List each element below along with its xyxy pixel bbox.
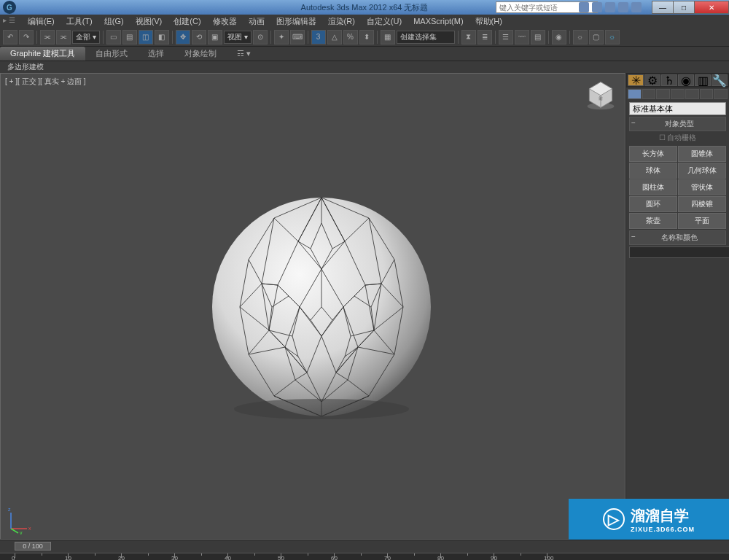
undo-icon[interactable]: ↶	[3, 30, 17, 44]
menu-create[interactable]: 创建(C)	[168, 16, 206, 27]
rollout-name-color[interactable]: −名称和颜色	[629, 230, 726, 245]
title-bar: G ▸ ☰ Autodesk 3ds Max 2012 x64 无标题 — □ …	[0, 0, 729, 15]
move-icon[interactable]: ✥	[176, 30, 190, 44]
axis-tripod-icon: z x y	[5, 505, 34, 534]
ribbon-tab-graphite[interactable]: Graphite 建模工具	[0, 47, 85, 61]
svg-text:前: 前	[599, 96, 603, 101]
ribbon-expand-icon[interactable]: ☶ ▾	[227, 47, 261, 60]
window-title: Autodesk 3ds Max 2012 x64 无标题	[301, 2, 429, 13]
obj-cone-button[interactable]: 圆锥体	[678, 146, 726, 162]
obj-cylinder-button[interactable]: 圆柱体	[629, 179, 677, 195]
select-name-icon[interactable]: ▤	[122, 30, 137, 44]
obj-tube-button[interactable]: 管状体	[678, 179, 726, 195]
keyboard-shortcut-icon[interactable]: ⌨	[290, 30, 305, 44]
svg-point-7	[234, 399, 409, 419]
rotate-icon[interactable]: ⟲	[192, 30, 206, 44]
menu-animation[interactable]: 动画	[243, 16, 270, 27]
select-icon[interactable]: ▭	[106, 30, 121, 44]
svg-text:y: y	[20, 530, 23, 534]
menu-group[interactable]: 组(G)	[98, 16, 130, 27]
obj-torus-button[interactable]: 圆环	[629, 196, 677, 212]
obj-geosphere-button[interactable]: 几何球体	[678, 163, 726, 179]
obj-sphere-button[interactable]: 球体	[629, 163, 677, 179]
unlink-icon[interactable]: ⫘	[56, 30, 71, 44]
ribbon-tab-paint[interactable]: 对象绘制	[174, 47, 227, 61]
schematic-icon[interactable]: ▤	[531, 30, 545, 44]
motion-tab-icon[interactable]: ◉	[678, 74, 694, 86]
render-icon[interactable]: ☼	[605, 30, 620, 44]
menu-rendering[interactable]: 渲染(R)	[322, 16, 361, 27]
main-toolbar: ↶ ↷ ⫘ ⫘ 全部 ▾ ▭ ▤ ◫ ◧ ✥ ⟲ ▣ 视图 ▾ ⊙ ✦ ⌨ 3 …	[0, 28, 729, 47]
menu-edit[interactable]: 编辑(E)	[22, 16, 61, 27]
material-editor-icon[interactable]: ◉	[552, 30, 566, 44]
time-ruler[interactable]: // ticks placed via JS-less static spans…	[0, 553, 729, 560]
viewcube-icon[interactable]: 前	[584, 78, 617, 112]
viewport[interactable]: [ + ][ 正交 ][ 真实 + 边面 ] 前	[0, 73, 625, 540]
selection-filter-dropdown[interactable]: 全部 ▾	[72, 31, 100, 44]
autogrid-checkbox[interactable]: ☐ 自动栅格	[629, 131, 726, 144]
quick-access-arrow[interactable]: ▸ ☰	[3, 16, 15, 24]
obj-pyramid-button[interactable]: 四棱锥	[678, 196, 726, 212]
snap-icon[interactable]: 3	[311, 30, 326, 44]
obj-teapot-button[interactable]: 茶壶	[629, 213, 677, 229]
object-name-input[interactable]	[629, 246, 729, 258]
menu-maxscript[interactable]: MAXScript(M)	[408, 17, 469, 26]
spinner-snap-icon[interactable]: ⬍	[359, 30, 374, 44]
helpers-subtab-icon[interactable]	[685, 89, 699, 99]
modify-tab-icon[interactable]: ⚙	[644, 74, 660, 86]
menu-views[interactable]: 视图(V)	[130, 16, 168, 27]
curve-editor-icon[interactable]: 〰	[515, 30, 529, 44]
geosphere-object[interactable]	[205, 190, 438, 424]
systems-subtab-icon[interactable]	[714, 89, 728, 99]
lights-subtab-icon[interactable]	[656, 89, 670, 99]
window-crossing-icon[interactable]: ◧	[155, 30, 169, 44]
redo-icon[interactable]: ↷	[19, 30, 34, 44]
scale-icon[interactable]: ▣	[208, 30, 222, 44]
rollout-object-type[interactable]: −对象类型	[629, 117, 726, 131]
menu-help[interactable]: 帮助(H)	[469, 16, 508, 27]
viewport-label[interactable]: [ + ][ 正交 ][ 真实 + 边面 ]	[5, 77, 86, 87]
refcoord-dropdown[interactable]: 视图 ▾	[224, 31, 252, 44]
manipulate-icon[interactable]: ✦	[274, 30, 289, 44]
app-icon[interactable]: G	[3, 1, 16, 14]
category-dropdown[interactable]: 标准基本体	[629, 102, 726, 115]
time-slider[interactable]: 0 / 100	[0, 540, 729, 553]
named-selset-dropdown[interactable]: 创建选择集	[397, 31, 455, 44]
command-panel: ✳ ⚙ ♄ ◉ ▥ 🔧 标准基本体 −对象类型 ☐ 自动栅格 长方体 圆锥体 球…	[625, 73, 729, 540]
obj-plane-button[interactable]: 平面	[678, 213, 726, 229]
render-setup-icon[interactable]: ☼	[573, 30, 588, 44]
menu-grapheditors[interactable]: 图形编辑器	[270, 16, 322, 27]
named-selset-icon[interactable]: ▦	[381, 30, 395, 44]
link-icon[interactable]: ⫘	[40, 30, 55, 44]
maximize-button[interactable]: □	[673, 1, 695, 14]
display-tab-icon[interactable]: ▥	[695, 74, 711, 86]
create-tab-icon[interactable]: ✳	[628, 74, 644, 86]
layers-icon[interactable]: ☰	[499, 30, 513, 44]
infocenter-icons[interactable]	[579, 2, 642, 12]
select-region-icon[interactable]: ◫	[139, 30, 153, 44]
hierarchy-tab-icon[interactable]: ♄	[661, 74, 677, 86]
cameras-subtab-icon[interactable]	[671, 89, 685, 99]
menu-modifiers[interactable]: 修改器	[207, 16, 243, 27]
rendered-frame-icon[interactable]: ▢	[589, 30, 604, 44]
shapes-subtab-icon[interactable]	[642, 89, 656, 99]
utilities-tab-icon[interactable]: 🔧	[712, 74, 728, 86]
minimize-button[interactable]: —	[652, 1, 674, 14]
time-slider-thumb[interactable]: 0 / 100	[15, 542, 51, 551]
align-icon[interactable]: ≣	[477, 30, 492, 44]
geometry-subtab-icon[interactable]	[628, 89, 642, 99]
percent-snap-icon[interactable]: %	[343, 30, 358, 44]
ribbon-tab-freeform[interactable]: 自由形式	[85, 47, 138, 61]
close-button[interactable]: ✕	[694, 1, 729, 14]
svg-text:z: z	[8, 507, 11, 512]
menu-bar: 编辑(E) 工具(T) 组(G) 视图(V) 创建(C) 修改器 动画 图形编辑…	[0, 15, 729, 28]
mirror-icon[interactable]: ⧗	[461, 30, 476, 44]
spacewarps-subtab-icon[interactable]	[700, 89, 714, 99]
menu-tools[interactable]: 工具(T)	[61, 16, 98, 27]
obj-box-button[interactable]: 长方体	[629, 146, 677, 162]
pivot-icon[interactable]: ⊙	[253, 30, 268, 44]
angle-snap-icon[interactable]: △	[327, 30, 342, 44]
ribbon-panel-label[interactable]: 多边形建模	[0, 61, 729, 73]
menu-customize[interactable]: 自定义(U)	[361, 16, 408, 27]
ribbon-tab-selection[interactable]: 选择	[138, 47, 174, 61]
